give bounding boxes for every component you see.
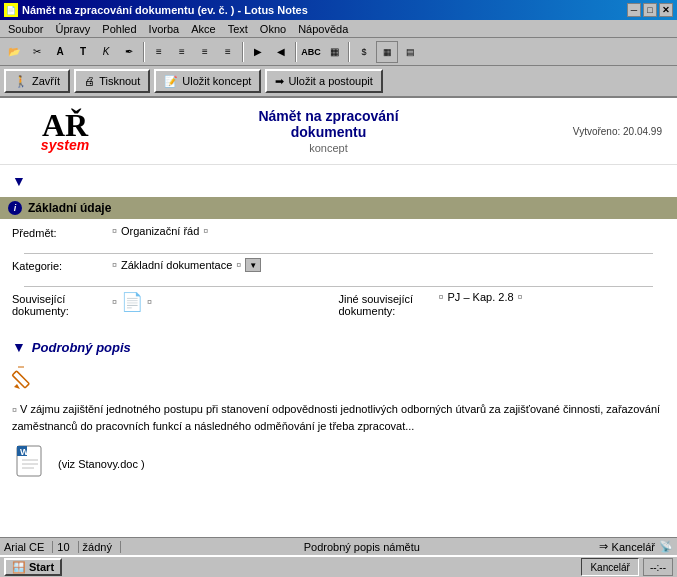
menu-napoveda[interactable]: Nápověda (292, 21, 354, 37)
jine-end-marker: ¤ (518, 292, 523, 302)
svg-text:W: W (20, 447, 29, 457)
tb-cut[interactable]: ✂ (26, 41, 48, 63)
tb-align-right[interactable]: ≡ (194, 41, 216, 63)
save-draft-button[interactable]: 📝 Uložit koncept (154, 69, 261, 93)
tb-align-justify[interactable]: ≡ (217, 41, 239, 63)
tb-spell[interactable]: ABC (300, 41, 322, 63)
menu-okno[interactable]: Okno (254, 21, 292, 37)
section-basic-title: Základní údaje (28, 201, 111, 215)
save-forward-button[interactable]: ➡ Uložit a postoupit (265, 69, 382, 93)
document-icon: 📄 (121, 291, 143, 313)
kategorie-marker: ¤ (112, 260, 117, 270)
start-button[interactable]: 🪟 Start (4, 558, 62, 576)
save-draft-icon: 📝 (164, 75, 178, 88)
print-button[interactable]: 🖨 Tisknout (74, 69, 150, 93)
predmet-end-marker: ¤ (203, 226, 208, 236)
predmet-text[interactable]: Organizační řád (121, 225, 199, 237)
close-button[interactable]: 🚶 Zavřít (4, 69, 70, 93)
logo-r-hat: Ř (65, 109, 88, 141)
section1-collapse-arrow[interactable]: ▼ (6, 169, 32, 193)
tb-pen[interactable]: ✒ (118, 41, 140, 63)
tb-italic[interactable]: K (95, 41, 117, 63)
doc-body-text[interactable]: V zájmu zajištění jednotného postupu při… (12, 403, 660, 432)
toolbar: 📂 ✂ A T K ✒ ≡ ≡ ≡ ≡ ▶ ◀ ABC ▦ $ ▦ ▤ (0, 38, 677, 66)
logo-area: A Ř system (15, 109, 115, 153)
kategorie-text[interactable]: Základní dokumentace (121, 259, 232, 271)
menu-upravy[interactable]: Úpravy (49, 21, 96, 37)
sep1 (24, 253, 653, 254)
status-center-text: Podrobný popis námětu (125, 541, 599, 553)
attachment-label: (viz Stanovy.doc ) (58, 458, 145, 470)
souvisejici-marker: ¤ (112, 297, 117, 307)
jine-label1: Jiné související (339, 293, 414, 305)
menu-bar: Soubor Úpravy Pohled Ivorba Akce Text Ok… (0, 20, 677, 38)
status-right: ⇒ Kancelář 📡 (599, 540, 673, 553)
tb-extra1[interactable]: ▦ (376, 41, 398, 63)
toolbar-sep-4 (348, 42, 350, 62)
close-button[interactable]: ✕ (659, 3, 673, 17)
title-controls: ─ □ ✕ (627, 3, 673, 17)
menu-akce[interactable]: Akce (185, 21, 221, 37)
doc-date: Vytvořeno: 20.04.99 (542, 126, 662, 137)
menu-ivorba[interactable]: Ivorba (143, 21, 186, 37)
svg-marker-1 (14, 384, 20, 389)
tb-open[interactable]: 📂 (3, 41, 25, 63)
word-doc-icon[interactable]: W (12, 444, 52, 484)
close-icon: 🚶 (14, 75, 28, 88)
info-i: i (14, 203, 17, 213)
toolbar-sep-2 (242, 42, 244, 62)
document-inner: A Ř system Námět na zpracování dokumentu… (0, 98, 677, 530)
logo-wrapper: A Ř system (41, 109, 89, 153)
minimize-button[interactable]: ─ (627, 3, 641, 17)
jine-souvisejici-right: Jiné související dokumenty: ¤ PJ – Kap. … (339, 291, 666, 317)
section2-collapse-arrow[interactable]: ▼ (6, 335, 32, 359)
predmet-label: Předmět: (12, 225, 112, 239)
taskbar-app-label: Kancelář (590, 562, 629, 573)
kategorie-value: ¤ Základní dokumentace ¤ ▼ (112, 258, 665, 272)
sep2 (24, 286, 653, 287)
tb-indent[interactable]: ▶ (247, 41, 269, 63)
menu-soubor[interactable]: Soubor (2, 21, 49, 37)
section2-title: Podrobný popis (32, 336, 131, 359)
taskbar: 🪟 Start Kancelář --:-- (0, 555, 677, 577)
tb-text[interactable]: T (72, 41, 94, 63)
menu-pohled[interactable]: Pohled (96, 21, 142, 37)
save-forward-label: Uložit a postoupit (288, 75, 372, 87)
bottom-spacer (0, 490, 677, 530)
status-office-label: Kancelář (612, 541, 655, 553)
edit-icon-area (0, 361, 677, 397)
status-signal-icon: 📡 (659, 540, 673, 553)
status-bar: Arial CE 10 žádný Podrobný popis námětu … (0, 537, 677, 555)
tb-bold[interactable]: A (49, 41, 71, 63)
title-bar-left: 📄 Námět na zpracování dokumentu (ev. č. … (4, 3, 308, 17)
maximize-button[interactable]: □ (643, 3, 657, 17)
tb-currency[interactable]: $ (353, 41, 375, 63)
form-section-basic: Předmět: ¤ Organizační řád ¤ Kategorie: … (0, 219, 677, 329)
jine-label2: dokumenty: (339, 305, 396, 317)
form-row-predmet: Předmět: ¤ Organizační řád ¤ (12, 225, 665, 247)
tb-align-center[interactable]: ≡ (171, 41, 193, 63)
section-basic-header: i Základní údaje (0, 197, 677, 219)
document-area[interactable]: A Ř system Námět na zpracování dokumentu… (0, 98, 677, 537)
tb-extra2[interactable]: ▤ (399, 41, 421, 63)
tb-table[interactable]: ▦ (323, 41, 345, 63)
kategorie-dropdown[interactable]: ▼ (245, 258, 261, 272)
tb-outdent[interactable]: ◀ (270, 41, 292, 63)
created-label: Vytvořeno: (573, 126, 620, 137)
form-row-souvisejici: Související dokumenty: ¤ 📄 ¤ Jiné souvis… (12, 291, 665, 317)
taskbar-app-item[interactable]: Kancelář (581, 558, 638, 576)
save-forward-icon: ➡ (275, 75, 284, 88)
jine-text[interactable]: PJ – Kap. 2.8 (448, 291, 514, 303)
windows-icon: 🪟 (12, 561, 26, 574)
souvisejici-left: Související dokumenty: ¤ 📄 ¤ (12, 291, 339, 317)
toolbar-sep-1 (143, 42, 145, 62)
menu-text[interactable]: Text (222, 21, 254, 37)
souvisejici-end-marker: ¤ (147, 297, 152, 307)
souvisejici-label2: dokumenty: (12, 305, 69, 317)
doc-subtitle: koncept (115, 142, 542, 154)
tb-align-left[interactable]: ≡ (148, 41, 170, 63)
text-start-marker: ¤ (12, 405, 17, 415)
doc-text: ¤ V zájmu zajištění jednotného postupu p… (0, 397, 677, 438)
form-row-kategorie: Kategorie: ¤ Základní dokumentace ¤ ▼ (12, 258, 665, 280)
status-style: žádný (83, 541, 121, 553)
